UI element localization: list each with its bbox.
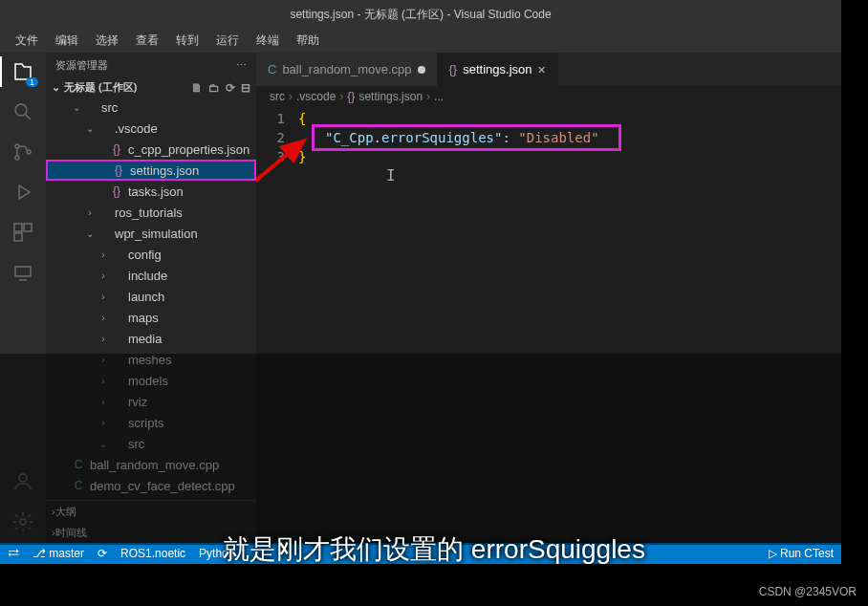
folder-rviz[interactable]: ›rviz <box>46 391 256 412</box>
titlebar: settings.json - 无标题 (工作区) - Visual Studi… <box>0 0 841 29</box>
svg-point-2 <box>15 156 19 160</box>
account-icon[interactable] <box>11 470 34 493</box>
tabs: Cball_random_move.cpp{}settings.json× <box>256 53 841 86</box>
editor: Cball_random_move.cpp{}settings.json× sr… <box>256 53 841 543</box>
explorer-badge: 1 <box>26 77 38 87</box>
watermark: CSDN @2345VOR <box>759 585 857 598</box>
text-cursor-icon: I <box>386 166 396 185</box>
editor-content[interactable]: 1 2 3 { "C_Cpp.errorSquiggles": "Disable… <box>256 107 841 543</box>
settings-icon[interactable] <box>11 510 34 533</box>
tab-settings.json[interactable]: {}settings.json× <box>438 53 558 86</box>
menu-编辑[interactable]: 编辑 <box>48 31 86 51</box>
code-area[interactable]: { "C_Cpp.errorSquiggles": "Disabled" } I <box>298 107 841 543</box>
folder-config[interactable]: ›config <box>46 244 256 265</box>
svg-rect-5 <box>24 224 32 231</box>
outline-section[interactable]: ›大纲 <box>46 501 256 522</box>
new-folder-icon[interactable]: 🗀 <box>208 81 220 95</box>
vscode-window: settings.json - 无标题 (工作区) - Visual Studi… <box>0 0 841 564</box>
folder-.vscode[interactable]: ⌄.vscode <box>46 118 256 139</box>
source-control-icon[interactable] <box>11 141 34 163</box>
svg-point-0 <box>15 104 27 116</box>
menu-运行[interactable]: 运行 <box>208 31 247 51</box>
sidebar: 资源管理器 ⋯ ⌄ 无标题 (工作区) 🗎 🗀 ⟳ ⊟ ⌄src⌄.vscode… <box>46 53 256 543</box>
workspace-label: 无标题 (工作区) <box>64 80 137 95</box>
explorer-icon[interactable]: 1 <box>11 60 34 83</box>
folder-models[interactable]: ›models <box>46 370 256 391</box>
folder-launch[interactable]: ›launch <box>46 286 256 307</box>
search-icon[interactable] <box>11 100 34 123</box>
refresh-icon[interactable]: ⟳ <box>226 81 235 95</box>
folder-include[interactable]: ›include <box>46 265 256 286</box>
breadcrumb[interactable]: src› .vscode› {} settings.json› ... <box>256 86 841 107</box>
folder-src[interactable]: ⌄src <box>46 97 256 118</box>
dirty-dot-icon <box>418 66 425 74</box>
svg-point-9 <box>20 519 26 525</box>
file-demo_cv_face_detect.cpp[interactable]: Cdemo_cv_face_detect.cpp <box>46 475 256 496</box>
sidebar-title: 资源管理器 <box>55 58 108 73</box>
chevron-down-icon: ⌄ <box>52 81 60 94</box>
subtitle-text: 就是刚才我们设置的 errorSquiggles <box>0 531 868 568</box>
menu-文件[interactable]: 文件 <box>8 31 46 51</box>
collapse-icon[interactable]: ⊟ <box>241 81 250 95</box>
tab-ball_random_move.cpp[interactable]: Cball_random_move.cpp <box>256 53 438 86</box>
sidebar-header: 资源管理器 ⋯ <box>46 53 256 78</box>
extensions-icon[interactable] <box>11 221 34 244</box>
menu-选择[interactable]: 选择 <box>88 31 126 51</box>
folder-maps[interactable]: ›maps <box>46 307 256 328</box>
svg-rect-6 <box>14 233 22 241</box>
svg-point-1 <box>15 144 19 148</box>
body: 1 资源管理器 ⋯ ⌄ 无标题 (工作区) 🗎 🗀 <box>0 53 841 543</box>
menu-终端[interactable]: 终端 <box>249 31 287 51</box>
workspace-row[interactable]: ⌄ 无标题 (工作区) 🗎 🗀 ⟳ ⊟ <box>46 78 256 97</box>
new-file-icon[interactable]: 🗎 <box>191 81 203 95</box>
menu-帮助[interactable]: 帮助 <box>289 31 327 51</box>
menu-转到[interactable]: 转到 <box>168 31 206 51</box>
file-ball_random_move.cpp[interactable]: Cball_random_move.cpp <box>46 454 256 475</box>
close-icon[interactable]: × <box>537 62 545 77</box>
window-title: settings.json - 无标题 (工作区) - Visual Studi… <box>290 7 551 23</box>
line-gutter: 1 2 3 <box>256 107 298 543</box>
file-settings.json[interactable]: {}settings.json <box>46 160 256 181</box>
svg-point-8 <box>19 474 27 482</box>
remote-icon[interactable] <box>11 261 34 284</box>
file-tree: ⌄src⌄.vscode{}c_cpp_properties.json{}set… <box>46 97 256 500</box>
menu-查看[interactable]: 查看 <box>128 31 166 51</box>
more-icon[interactable]: ⋯ <box>236 59 247 72</box>
menubar: 文件编辑选择查看转到运行终端帮助 <box>0 29 841 53</box>
folder-scripts[interactable]: ›scripts <box>46 412 256 433</box>
svg-point-3 <box>27 150 31 154</box>
file-c_cpp_properties.json[interactable]: {}c_cpp_properties.json <box>46 139 256 160</box>
folder-meshes[interactable]: ›meshes <box>46 349 256 370</box>
folder-ros_tutorials[interactable]: ›ros_tutorials <box>46 202 256 223</box>
folder-media[interactable]: ›media <box>46 328 256 349</box>
debug-icon[interactable] <box>11 181 34 204</box>
folder-wpr_simulation[interactable]: ⌄wpr_simulation <box>46 223 256 244</box>
activitybar: 1 <box>0 53 46 543</box>
svg-rect-7 <box>15 267 31 276</box>
folder-src[interactable]: ⌄src <box>46 433 256 454</box>
file-tasks.json[interactable]: {}tasks.json <box>46 181 256 202</box>
svg-rect-4 <box>14 224 22 231</box>
